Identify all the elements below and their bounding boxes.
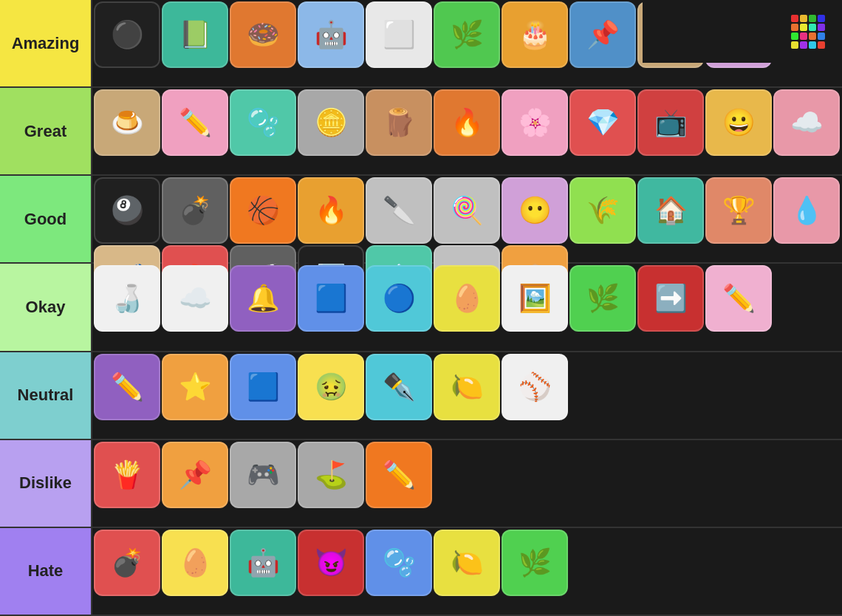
tier-items-hate: 💣🥚🤖😈🫧🍋🌿 (92, 528, 842, 615)
item-a2[interactable]: 📗 (162, 1, 228, 68)
item-n6[interactable]: 🍋 (434, 354, 500, 420)
item-go11[interactable]: 💧 (773, 177, 840, 244)
tier-list: Amazing⚫📗🍩🤖⬜🌿🎂📌🧽🧊Great🍮✏️🫧🪙🪵🔥🌸💎📺😀☁️Good🎱… (0, 0, 842, 616)
tier-label-neutral: Neutral (0, 352, 92, 439)
logo-grid (791, 15, 825, 49)
item-go3[interactable]: 🏀 (230, 177, 296, 244)
tier-label-good: Good (0, 176, 92, 262)
tiermaker-logo (791, 15, 831, 49)
tier-row-dislike: Dislike🍟📌🎮⛳✏️ (0, 440, 842, 528)
item-go6[interactable]: 🍭 (434, 177, 500, 244)
item-a3[interactable]: 🍩 (230, 1, 296, 68)
item-g8[interactable]: 💎 (569, 89, 636, 156)
item-g2[interactable]: ✏️ (162, 89, 228, 156)
item-ok6[interactable]: 🥚 (434, 265, 500, 332)
tier-rows-container: Amazing⚫📗🍩🤖⬜🌿🎂📌🧽🧊Great🍮✏️🫧🪙🪵🔥🌸💎📺😀☁️Good🎱… (0, 0, 842, 616)
item-h1[interactable]: 💣 (94, 530, 160, 596)
tier-label-amazing: Amazing (0, 0, 92, 86)
tier-label-okay: Okay (0, 264, 92, 350)
tier-items-good: 🎱💣🏀🔥🔪🍭😶🌾🏠🏆💧🖊️🔥🎬🖥️❄️☁️📦 (92, 176, 842, 262)
item-go4[interactable]: 🔥 (298, 177, 364, 244)
item-n4[interactable]: 🤢 (298, 354, 364, 420)
item-ok3[interactable]: 🔔 (230, 265, 296, 332)
header (643, 0, 842, 63)
item-go2[interactable]: 💣 (162, 177, 228, 244)
item-g5[interactable]: 🪵 (366, 89, 432, 156)
item-ok1[interactable]: 🍶 (94, 265, 160, 332)
item-a7[interactable]: 🎂 (502, 1, 568, 68)
item-ok9[interactable]: ➡️ (637, 265, 704, 332)
item-ok5[interactable]: 🔵 (366, 265, 432, 332)
tier-row-neutral: Neutral✏️⭐🟦🤢✒️🍋⚾ (0, 352, 842, 440)
item-go1[interactable]: 🎱 (94, 177, 160, 244)
item-go10[interactable]: 🏆 (705, 177, 772, 244)
tier-label-great: Great (0, 88, 92, 174)
item-a4[interactable]: 🤖 (298, 1, 364, 68)
tier-items-okay: 🍶☁️🔔🟦🔵🥚🖼️🌿➡️✏️ (92, 264, 842, 350)
item-ok2[interactable]: ☁️ (162, 265, 228, 332)
item-d5[interactable]: ✏️ (366, 442, 432, 508)
item-d1[interactable]: 🍟 (94, 442, 160, 508)
item-h7[interactable]: 🌿 (502, 530, 568, 596)
item-d4[interactable]: ⛳ (298, 442, 364, 508)
tier-items-dislike: 🍟📌🎮⛳✏️ (92, 440, 842, 527)
item-a8[interactable]: 📌 (569, 1, 636, 68)
tier-row-great: Great🍮✏️🫧🪙🪵🔥🌸💎📺😀☁️ (0, 88, 842, 176)
item-n5[interactable]: ✒️ (366, 354, 432, 420)
tier-items-great: 🍮✏️🫧🪙🪵🔥🌸💎📺😀☁️ (92, 88, 842, 174)
item-h4[interactable]: 😈 (298, 530, 364, 596)
item-ok10[interactable]: ✏️ (705, 265, 772, 332)
item-n2[interactable]: ⭐ (162, 354, 228, 420)
item-go8[interactable]: 🌾 (569, 177, 636, 244)
item-ok8[interactable]: 🌿 (569, 265, 636, 332)
item-ok4[interactable]: 🟦 (298, 265, 364, 332)
item-g10[interactable]: 😀 (705, 89, 772, 156)
item-d3[interactable]: 🎮 (230, 442, 296, 508)
tier-items-neutral: ✏️⭐🟦🤢✒️🍋⚾ (92, 352, 842, 439)
item-g1[interactable]: 🍮 (94, 89, 160, 156)
item-h2[interactable]: 🥚 (162, 530, 228, 596)
item-n7[interactable]: ⚾ (502, 354, 568, 420)
tier-label-hate: Hate (0, 528, 92, 615)
item-n1[interactable]: ✏️ (94, 354, 160, 420)
tier-label-dislike: Dislike (0, 440, 92, 527)
item-g11[interactable]: ☁️ (773, 89, 840, 156)
item-g4[interactable]: 🪙 (298, 89, 364, 156)
item-g6[interactable]: 🔥 (434, 89, 500, 156)
item-go7[interactable]: 😶 (502, 177, 568, 244)
item-ok7[interactable]: 🖼️ (502, 265, 568, 332)
item-go5[interactable]: 🔪 (366, 177, 432, 244)
item-n3[interactable]: 🟦 (230, 354, 296, 420)
item-h5[interactable]: 🫧 (366, 530, 432, 596)
item-a1[interactable]: ⚫ (94, 1, 160, 68)
item-h6[interactable]: 🍋 (434, 530, 500, 596)
item-d2[interactable]: 📌 (162, 442, 228, 508)
item-a5[interactable]: ⬜ (366, 1, 432, 68)
tier-row-okay: Okay🍶☁️🔔🟦🔵🥚🖼️🌿➡️✏️ (0, 264, 842, 352)
tier-row-hate: Hate💣🥚🤖😈🫧🍋🌿 (0, 528, 842, 616)
item-a6[interactable]: 🌿 (434, 1, 500, 68)
item-h3[interactable]: 🤖 (230, 530, 296, 596)
item-go9[interactable]: 🏠 (637, 177, 704, 244)
tier-row-good: Good🎱💣🏀🔥🔪🍭😶🌾🏠🏆💧🖊️🔥🎬🖥️❄️☁️📦 (0, 176, 842, 264)
item-g9[interactable]: 📺 (637, 89, 704, 156)
item-g3[interactable]: 🫧 (230, 89, 296, 156)
item-g7[interactable]: 🌸 (502, 89, 568, 156)
